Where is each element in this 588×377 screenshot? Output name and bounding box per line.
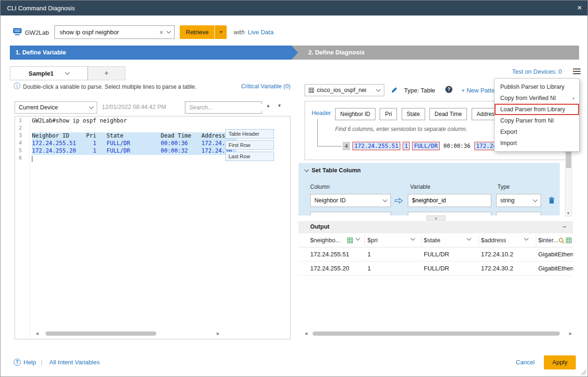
retrieve-dropdown-icon[interactable]: ▼ [214, 25, 227, 39]
data-source-select[interactable]: Current Device [15, 101, 97, 114]
code-line[interactable] [32, 155, 237, 162]
cancel-button[interactable]: Cancel [516, 359, 535, 366]
help-link[interactable]: Help [23, 359, 36, 366]
add-sample-tab-button[interactable]: + [88, 66, 125, 80]
variable-input-row2[interactable] [408, 212, 491, 215]
last-row-label: Last Row [225, 152, 274, 161]
type-help-icon[interactable]: ? [445, 86, 452, 93]
scroll-right-icon[interactable]: ▶ [569, 331, 572, 337]
code-lines[interactable]: GW2Lab#show ip ospf neighbor Neighbor ID… [32, 117, 237, 162]
step-define-diagnosis[interactable]: 2. Define Diagnosis [291, 46, 579, 60]
code-line-last-row[interactable]: 172.24.255.20 1 FULL/DR 00:00:32 172.24.… [32, 147, 237, 155]
menu-item-import[interactable]: Import [495, 138, 579, 149]
output-col-state[interactable]: $state [424, 233, 440, 247]
output-hscrollbar[interactable]: ◀ ▶ [305, 331, 572, 337]
search-box[interactable] [185, 101, 262, 114]
output-col-pri[interactable]: $pri [367, 233, 378, 247]
output-col-address[interactable]: $address [481, 233, 506, 247]
info-icon: ⓘ [14, 82, 20, 91]
code-line-table-header[interactable]: Neighbor ID Pri State Dead Time Address [32, 132, 237, 140]
all-intent-variables-link[interactable]: All Intent Variables [49, 359, 99, 366]
output-col-neighbor[interactable]: $neighbo... [310, 233, 340, 247]
critical-variable-link[interactable]: Critical Variable (0) [216, 83, 290, 90]
code-line-first-row[interactable]: 172.24.255.51 1 FULL/DR 00:00:36 172.24.… [32, 140, 237, 147]
line-number: 5 [15, 147, 30, 155]
apply-button[interactable]: Apply [544, 355, 576, 369]
column-select[interactable]: Neighbor ID [310, 194, 391, 207]
parser-select[interactable]: cisco_ios_ospf_nei [305, 84, 384, 96]
editor-hscrollbar[interactable]: ◀ ▶ [36, 331, 220, 337]
resize-grip[interactable] [580, 369, 586, 375]
table-icon[interactable] [347, 238, 353, 243]
search-prev-icon[interactable]: ▲ [266, 103, 270, 108]
menu-item-publish-parser[interactable]: Publish Parser to Library [495, 81, 579, 92]
cell-pri: 1 [367, 262, 371, 276]
help-icon[interactable]: ? [14, 359, 21, 366]
menu-item-copy-from-verified-ni[interactable]: Copy from Verified NI › [495, 92, 579, 104]
variable-input[interactable] [408, 194, 491, 207]
scroll-right-icon[interactable]: ▶ [217, 331, 220, 337]
text-caret [32, 156, 32, 162]
parsed-token[interactable]: 1 [403, 142, 410, 150]
output-hscroll-thumb[interactable] [313, 331, 560, 336]
minimize-output-icon[interactable]: − [562, 223, 566, 231]
cli-output-editor[interactable]: 1 2 3 4 5 6 GW2Lab#show ip ospf neighbor… [15, 116, 290, 339]
submenu-arrow-icon: › [573, 92, 574, 104]
tab-sample1-dropdown-icon[interactable] [65, 70, 70, 75]
tab-sample1[interactable]: Sample1 [10, 66, 88, 80]
parse-hint: Double-click a variable to parse. Select… [23, 84, 197, 90]
output-col-dropdown-icon[interactable] [411, 236, 415, 241]
scroll-left-icon[interactable]: ◀ [305, 331, 307, 337]
sample-line-number: 4 [343, 142, 350, 150]
retrieve-button[interactable]: Retrieve [180, 25, 214, 39]
search-icon[interactable] [558, 238, 565, 244]
cell-state: FULL/DR [424, 262, 449, 276]
step-define-variable[interactable]: 1. Define Variable [10, 46, 291, 60]
test-on-devices-link[interactable]: Test on Devices: 0 [512, 68, 562, 75]
line-number: 1 [15, 117, 30, 125]
command-input[interactable] [59, 28, 160, 36]
menu-item-load-parser-from-library[interactable]: Load Parser from Library [495, 104, 579, 115]
header-column-button[interactable]: Neighbor ID [335, 108, 375, 120]
menu-item-export[interactable]: Export [495, 126, 579, 138]
command-combobox[interactable]: × [54, 25, 175, 39]
command-dropdown-icon[interactable] [167, 29, 171, 34]
live-data-link[interactable]: Live Data [248, 29, 274, 36]
editor-hscroll-thumb[interactable] [46, 331, 156, 336]
parsed-token[interactable]: 172.24.255.51 [352, 142, 400, 150]
output-row[interactable]: 172.24.255.20 1 FULL/DR 172.24.30.2 Giga… [298, 262, 573, 276]
header-column-button[interactable]: Dead Time [429, 108, 467, 120]
search-next-icon[interactable]: ▼ [277, 103, 282, 108]
type-select[interactable]: string [496, 194, 541, 207]
menu-hamburger-icon[interactable] [573, 69, 580, 76]
unparsed-token[interactable]: 00:00:36 [442, 142, 472, 150]
edit-pencil-icon[interactable] [391, 86, 398, 93]
scroll-left-icon[interactable]: ◀ [36, 331, 38, 337]
delete-row-trash-icon[interactable] [549, 197, 555, 204]
output-col-dropdown-icon[interactable] [356, 236, 360, 241]
cell-interface: GigabitEthernet [538, 247, 573, 262]
code-line[interactable] [32, 125, 237, 132]
code-line[interactable]: GW2Lab#show ip ospf neighbor [32, 117, 237, 125]
set-table-column-header[interactable]: Set Table Column [305, 167, 361, 174]
collapse-output-icon[interactable]: ▲ [427, 215, 445, 221]
output-row[interactable]: 172.24.255.51 1 FULL/DR 172.24.10.2 Giga… [298, 247, 573, 262]
cell-pri: 1 [367, 247, 371, 262]
parsed-token[interactable]: FULL/DR [412, 142, 440, 150]
menu-item-copy-parser-from-ni[interactable]: Copy Parser from NI [495, 115, 579, 126]
scroll-down-icon[interactable]: ▼ [566, 211, 570, 215]
output-col-dropdown-icon[interactable] [467, 236, 472, 241]
output-col-dropdown-icon[interactable] [524, 236, 529, 241]
search-input[interactable] [188, 104, 266, 111]
menu-item-label: Copy from Verified NI [500, 95, 556, 101]
header-column-button[interactable]: State [402, 108, 425, 120]
close-icon[interactable]: × [577, 3, 582, 13]
column-select-row2[interactable] [310, 212, 391, 215]
output-col-interface[interactable]: $inter... [538, 233, 558, 247]
clear-command-icon[interactable]: × [160, 29, 163, 36]
header-column-button[interactable]: Pri [380, 108, 397, 120]
retrieve-split-button: Retrieve ▼ [180, 25, 227, 39]
table-icon[interactable] [566, 238, 572, 243]
type-select-row2[interactable] [496, 212, 541, 215]
first-row-label: First Row [225, 140, 274, 150]
